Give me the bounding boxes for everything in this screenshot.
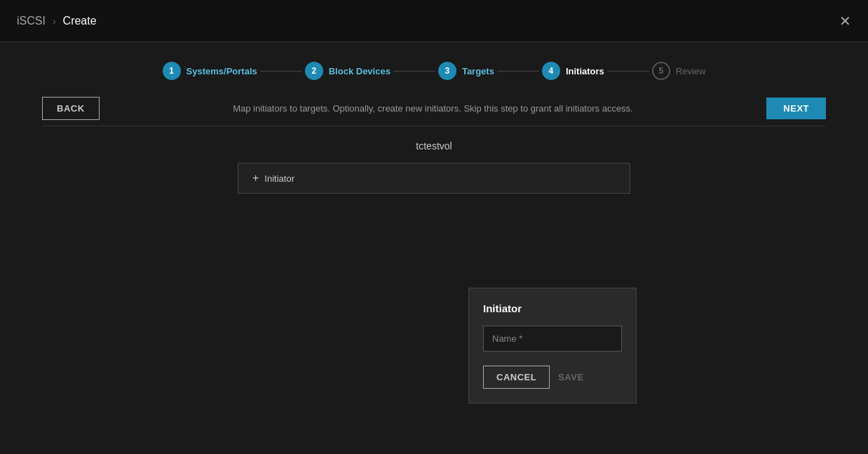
step-2-circle: 2 (305, 62, 323, 80)
modal-footer: CANCEL SAVE (483, 366, 622, 389)
step-line-3-4 (497, 71, 539, 72)
volume-name: tctestvol (42, 140, 826, 152)
header-breadcrumb: iSCSI › Create (17, 15, 97, 27)
step-3: 3 Targets (438, 62, 494, 80)
close-button[interactable]: ✕ (839, 14, 851, 28)
cancel-button[interactable]: CANCEL (483, 366, 550, 389)
step-1-circle: 1 (163, 62, 181, 80)
step-line-1-2 (260, 71, 302, 72)
toolbar-description: Map initiators to targets. Optionally, c… (100, 103, 767, 114)
step-line-4-5 (607, 71, 649, 72)
initiator-modal: Initiator CANCEL SAVE (468, 288, 637, 403)
step-1: 1 Systems/Portals (163, 62, 257, 80)
modal-title: Initiator (483, 302, 622, 314)
toolbar: BACK Map initiators to targets. Optional… (0, 97, 868, 120)
step-2-label: Block Devices (329, 66, 391, 76)
step-2: 2 Block Devices (305, 62, 391, 80)
step-5-label: Review (676, 66, 706, 76)
breadcrumb-iscsi: iSCSI (17, 15, 46, 27)
main-content: tctestvol + Initiator (0, 140, 868, 194)
next-button[interactable]: NEXT (766, 98, 826, 119)
step-3-circle: 3 (438, 62, 456, 80)
step-4-label: Initiators (566, 66, 604, 76)
save-button[interactable]: SAVE (558, 372, 583, 382)
breadcrumb-chevron: › (53, 15, 56, 27)
plus-icon: + (252, 172, 259, 185)
step-4: 4 Initiators (542, 62, 604, 80)
name-input[interactable] (483, 326, 622, 352)
breadcrumb-create: Create (63, 15, 97, 27)
step-4-circle: 4 (542, 62, 560, 80)
step-line-2-3 (393, 71, 435, 72)
header: iSCSI › Create ✕ (0, 0, 868, 42)
back-button[interactable]: BACK (42, 97, 100, 120)
step-5-circle: 5 (652, 62, 670, 80)
modal-name-field-wrapper (483, 326, 622, 352)
stepper: 1 Systems/Portals 2 Block Devices 3 Targ… (0, 42, 868, 97)
step-5: 5 Review (652, 62, 706, 80)
toolbar-divider (42, 126, 826, 126)
step-1-label: Systems/Portals (187, 66, 257, 76)
step-3-label: Targets (462, 66, 494, 76)
add-initiator-label: Initiator (264, 173, 294, 184)
add-initiator-row[interactable]: + Initiator (238, 163, 630, 194)
